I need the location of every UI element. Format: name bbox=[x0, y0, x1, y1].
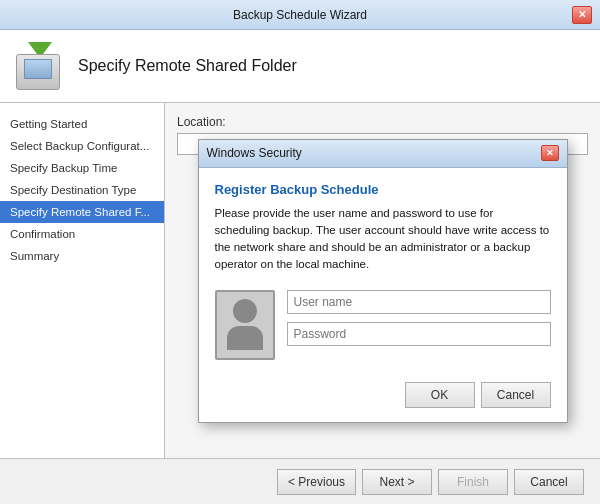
header-icon bbox=[16, 42, 64, 90]
user-avatar bbox=[215, 290, 275, 360]
modal-overlay: Windows Security ✕ Register Backup Sched… bbox=[165, 103, 600, 458]
sidebar-item-select-backup[interactable]: Select Backup Configurat... bbox=[0, 135, 164, 157]
title-bar: Backup Schedule Wizard ✕ bbox=[0, 0, 600, 30]
page-title: Specify Remote Shared Folder bbox=[78, 57, 297, 75]
wizard-footer: < Previous Next > Finish Cancel bbox=[0, 458, 600, 504]
previous-button[interactable]: < Previous bbox=[277, 469, 356, 495]
password-input[interactable] bbox=[287, 322, 551, 346]
dialog-ok-button[interactable]: OK bbox=[405, 382, 475, 408]
dialog-cancel-button[interactable]: Cancel bbox=[481, 382, 551, 408]
sidebar: Getting Started Select Backup Configurat… bbox=[0, 103, 165, 458]
main-panel: Location: Windows Security ✕ Register Ba… bbox=[165, 103, 600, 458]
sidebar-item-specify-time[interactable]: Specify Backup Time bbox=[0, 157, 164, 179]
avatar-body bbox=[227, 326, 263, 350]
cancel-button[interactable]: Cancel bbox=[514, 469, 584, 495]
dialog-description: Please provide the user name and passwor… bbox=[215, 205, 551, 274]
window-body: Specify Remote Shared Folder Getting Sta… bbox=[0, 30, 600, 504]
window-close-button[interactable]: ✕ bbox=[572, 6, 592, 24]
dialog-title-bar: Windows Security ✕ bbox=[199, 140, 567, 168]
dialog-footer: OK Cancel bbox=[199, 374, 567, 422]
dialog-heading: Register Backup Schedule bbox=[215, 182, 551, 197]
window-title: Backup Schedule Wizard bbox=[28, 8, 572, 22]
dialog-form bbox=[215, 290, 551, 360]
content-area: Getting Started Select Backup Configurat… bbox=[0, 103, 600, 458]
sidebar-item-getting-started[interactable]: Getting Started bbox=[0, 113, 164, 135]
window-header: Specify Remote Shared Folder bbox=[0, 30, 600, 103]
avatar-figure bbox=[227, 299, 263, 350]
dialog-close-button[interactable]: ✕ bbox=[541, 145, 559, 161]
sidebar-item-remote-folder[interactable]: Specify Remote Shared F... bbox=[0, 201, 164, 223]
sidebar-item-confirmation[interactable]: Confirmation bbox=[0, 223, 164, 245]
finish-button[interactable]: Finish bbox=[438, 469, 508, 495]
next-button[interactable]: Next > bbox=[362, 469, 432, 495]
sidebar-item-summary[interactable]: Summary bbox=[0, 245, 164, 267]
form-fields bbox=[287, 290, 551, 346]
dialog-body: Register Backup Schedule Please provide … bbox=[199, 168, 567, 374]
disk-inner-icon bbox=[24, 59, 52, 79]
avatar-head bbox=[233, 299, 257, 323]
sidebar-item-destination-type[interactable]: Specify Destination Type bbox=[0, 179, 164, 201]
username-input[interactable] bbox=[287, 290, 551, 314]
windows-security-dialog: Windows Security ✕ Register Backup Sched… bbox=[198, 139, 568, 423]
disk-icon bbox=[16, 54, 60, 90]
dialog-title: Windows Security bbox=[207, 146, 302, 160]
